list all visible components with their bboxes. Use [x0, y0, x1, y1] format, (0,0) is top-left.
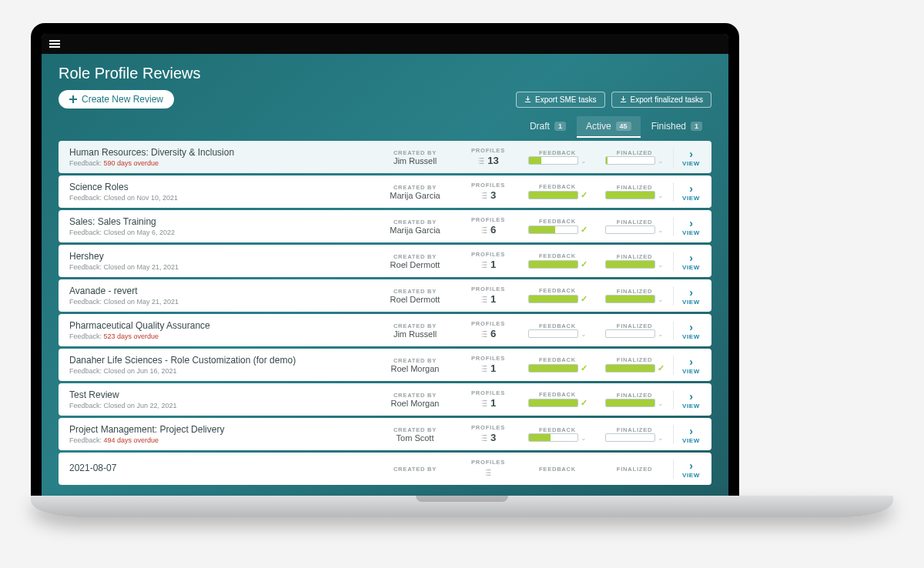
view-button[interactable]: › VIEW [673, 356, 708, 375]
view-label: VIEW [674, 229, 708, 236]
created-label: CREATED BY [373, 149, 457, 156]
download-icon [524, 96, 531, 103]
list-icon [477, 157, 485, 165]
chevron-right-icon: › [674, 217, 708, 229]
profiles-value: 6 [480, 328, 496, 339]
view-button[interactable]: › VIEW [673, 217, 708, 236]
feedback-line: Feedback: 494 days overdue [69, 436, 373, 444]
profiles-label: PROFILES [457, 459, 519, 466]
export-finalized-button[interactable]: Export finalized tasks [611, 92, 712, 108]
review-row: Pharmaceutical Quality Assurance Feedbac… [59, 314, 711, 346]
finalized-bar [605, 329, 655, 338]
profiles-cell: PROFILES 1 [457, 389, 519, 410]
tab-active[interactable]: Active 45 [577, 116, 641, 138]
list-icon [480, 399, 488, 407]
profiles-value: 13 [477, 155, 498, 166]
tab-count: 45 [616, 122, 631, 131]
title-cell: Hershey Feedback: Closed on May 21, 2021 [69, 251, 373, 271]
profiles-cell: PROFILES 1 [457, 286, 519, 306]
view-button[interactable]: › VIEW [673, 425, 708, 444]
finalized-label: FINALIZED [596, 219, 673, 226]
finalized-bar [605, 399, 655, 407]
finalized-cell: FINALIZED ⌄ [596, 392, 673, 407]
feedback-label: FEEDBACK [519, 287, 596, 294]
feedback-line: Feedback: 523 days overdue [69, 332, 373, 340]
tab-label: Draft [530, 121, 550, 132]
created-value: Marija Garcia [373, 226, 457, 235]
view-button[interactable]: › VIEW [673, 182, 708, 202]
review-title: Science Roles [69, 182, 373, 192]
tab-label: Finished [651, 121, 686, 132]
title-cell: Sales: Sales Training Feedback: Closed o… [69, 216, 373, 236]
view-label: VIEW [674, 299, 708, 306]
check-icon: ✓ [581, 190, 588, 200]
top-bar [42, 34, 728, 54]
tab-draft[interactable]: Draft 1 [521, 116, 575, 138]
check-icon: ✓ [581, 363, 588, 373]
feedback-bar [528, 191, 578, 199]
feedback-line: Feedback: Closed on Jun 16, 2021 [69, 367, 373, 375]
view-button[interactable]: › VIEW [673, 148, 708, 167]
profiles-label: PROFILES [457, 424, 519, 431]
created-value: Marija Garcia [373, 191, 457, 200]
view-button[interactable]: › VIEW [673, 459, 708, 479]
created-cell: CREATED BY Roel Dermott [373, 288, 457, 304]
created-label: CREATED BY [373, 426, 457, 433]
feedback-label: FEEDBACK [519, 391, 596, 398]
finalized-bar [605, 295, 655, 303]
view-button[interactable]: › VIEW [673, 286, 708, 306]
view-label: VIEW [674, 195, 708, 202]
profiles-value: 3 [480, 189, 496, 201]
menu-icon[interactable] [49, 40, 60, 48]
review-title: Test Review [69, 389, 373, 400]
feedback-bar [528, 226, 578, 234]
profiles-label: PROFILES [457, 355, 519, 362]
feedback-cell: FEEDBACK ⌄ [519, 426, 596, 442]
caret-icon: ⌄ [658, 192, 664, 199]
feedback-label: FEEDBACK [519, 356, 596, 363]
profiles-label: PROFILES [457, 251, 519, 258]
finalized-cell: FINALIZED ⌄ [596, 184, 673, 199]
feedback-bar [528, 156, 578, 165]
profiles-label: PROFILES [457, 216, 519, 223]
view-button[interactable]: › VIEW [673, 390, 708, 409]
profiles-value [484, 469, 492, 476]
view-button[interactable]: › VIEW [673, 321, 708, 340]
feedback-bar [528, 399, 578, 407]
finalized-cell: FINALIZED ⌄ [596, 149, 673, 165]
tab-finished[interactable]: Finished 1 [642, 116, 711, 138]
export-sme-button[interactable]: Export SME tasks [516, 92, 604, 108]
title-cell: Danaher Life Sciences - Role Customizati… [69, 355, 373, 375]
caret-icon: ⌄ [658, 434, 664, 442]
tabs: Draft 1 Active 45 Finished 1 [59, 116, 711, 138]
feedback-line: Feedback: Closed on May 21, 2021 [69, 298, 373, 306]
created-label: CREATED BY [373, 184, 457, 191]
laptop-base [31, 496, 893, 517]
profiles-cell: PROFILES 3 [457, 182, 519, 202]
title-cell: Pharmaceutical Quality Assurance Feedbac… [69, 320, 373, 340]
created-label: CREATED BY [373, 219, 457, 226]
created-label: CREATED BY [373, 392, 457, 399]
review-title: Project Management: Project Delivery [69, 424, 373, 435]
finalized-bar [605, 226, 655, 234]
create-review-button[interactable]: Create New Review [59, 90, 174, 109]
download-icon [620, 96, 627, 103]
check-icon: ✓ [581, 225, 588, 235]
view-button[interactable]: › VIEW [673, 252, 708, 271]
created-value: Roel Morgan [373, 364, 457, 373]
laptop-frame: Role Profile Reviews Create New Review E… [31, 23, 739, 496]
tab-label: Active [586, 121, 611, 132]
feedback-cell: FEEDBACK ✓ [519, 356, 596, 373]
profiles-cell: PROFILES 6 [457, 320, 519, 341]
chevron-right-icon: › [674, 390, 708, 403]
list-icon [480, 226, 488, 234]
chevron-right-icon: › [674, 148, 708, 160]
created-cell: CREATED BY Roel Morgan [373, 357, 457, 373]
review-row: Hershey Feedback: Closed on May 21, 2021… [59, 245, 711, 277]
created-label: CREATED BY [373, 466, 457, 473]
feedback-status: Closed on May 6, 2022 [104, 229, 176, 236]
finalized-bar [605, 433, 655, 442]
finalized-label: FINALIZED [596, 392, 673, 399]
chevron-right-icon: › [674, 286, 708, 299]
feedback-overdue: 523 days overdue [104, 332, 159, 340]
